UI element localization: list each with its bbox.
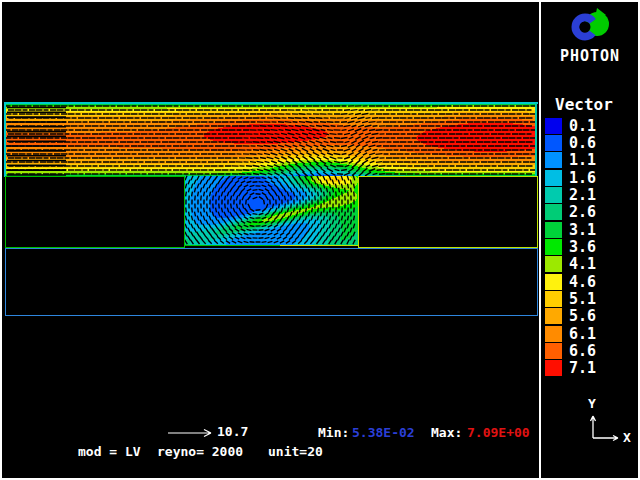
legend-value: 3.6 (562, 238, 596, 256)
legend-swatch (545, 152, 562, 168)
legend-value: 4.6 (562, 273, 596, 291)
legend-row: 2.6 (545, 204, 596, 221)
legend-swatch (545, 204, 562, 220)
legend-row: 1.6 (545, 169, 596, 186)
legend-swatch (545, 256, 562, 272)
legend-row: 6.6 (545, 342, 596, 359)
legend-value: 2.6 (562, 203, 596, 221)
cavity-bottom-line-left (183, 245, 280, 246)
legend-row: 0.6 (545, 134, 596, 151)
min-value: 5.38E-02 (352, 425, 415, 440)
legend-row: 4.1 (545, 256, 596, 273)
brand-name: PHOTON (541, 47, 639, 65)
axis-indicator: Y X (580, 394, 638, 446)
legend-swatch (545, 239, 562, 255)
legend-value: 1.6 (562, 169, 596, 187)
panel-divider (539, 0, 541, 480)
reference-vector-value: 10.7 (217, 424, 248, 439)
legend-value: 2.1 (562, 186, 596, 204)
legend-value: 6.1 (562, 325, 596, 343)
photon-window: PHOTON Vector 0.10.61.11.62.12.63.13.64.… (0, 0, 640, 480)
axis-arrows (591, 416, 619, 441)
min-label: Min: (318, 425, 349, 440)
legend-swatch (545, 170, 562, 186)
reference-vector-arrow (166, 425, 218, 439)
legend-value: 5.1 (562, 290, 596, 308)
legend-row: 6.1 (545, 325, 596, 342)
legend: 0.10.61.11.62.12.63.13.64.14.65.15.66.16… (545, 117, 596, 377)
legend-row: 0.1 (545, 117, 596, 134)
legend-swatch (545, 326, 562, 342)
legend-swatch (545, 291, 562, 307)
legend-row: 3.6 (545, 238, 596, 255)
legend-value: 7.1 (562, 359, 596, 377)
channel-top-wall-line (4, 102, 538, 104)
legend-swatch (545, 118, 562, 134)
left-block (5, 176, 185, 248)
legend-swatch (545, 360, 562, 376)
logo-center-hole (580, 22, 591, 33)
legend-value: 0.1 (562, 117, 596, 135)
model-label: mod = LV (78, 444, 141, 459)
legend-row: 1.1 (545, 152, 596, 169)
legend-swatch (545, 222, 562, 238)
legend-swatch (545, 135, 562, 151)
legend-row: 2.1 (545, 186, 596, 203)
y-axis-label: Y (588, 396, 596, 411)
legend-swatch (545, 187, 562, 203)
legend-value: 6.6 (562, 342, 596, 360)
legend-value: 3.1 (562, 221, 596, 239)
legend-title: Vector (555, 95, 613, 114)
max-value: 7.09E+00 (467, 425, 530, 440)
channel-inlet-edge-line (4, 102, 6, 177)
right-block (358, 176, 538, 248)
legend-swatch (545, 274, 562, 290)
legend-value: 5.6 (562, 307, 596, 325)
legend-row: 5.1 (545, 290, 596, 307)
legend-swatch (545, 343, 562, 359)
legend-value: 1.1 (562, 151, 596, 169)
cavity-bottom-line-right (280, 245, 358, 246)
legend-row: 7.1 (545, 360, 596, 377)
legend-row: 4.6 (545, 273, 596, 290)
legend-value: 0.6 (562, 134, 596, 152)
legend-row: 5.6 (545, 308, 596, 325)
x-axis-label: X (623, 430, 631, 445)
max-label: Max: (431, 425, 462, 440)
legend-swatch (545, 308, 562, 324)
photon-logo (566, 6, 618, 46)
unit-label: unit=20 (268, 444, 323, 459)
channel-outlet-edge-line (535, 103, 537, 176)
lower-duct-rect (5, 248, 538, 316)
legend-value: 4.1 (562, 255, 596, 273)
reynolds-label: reyno= 2000 (157, 444, 243, 459)
legend-row: 3.1 (545, 221, 596, 238)
